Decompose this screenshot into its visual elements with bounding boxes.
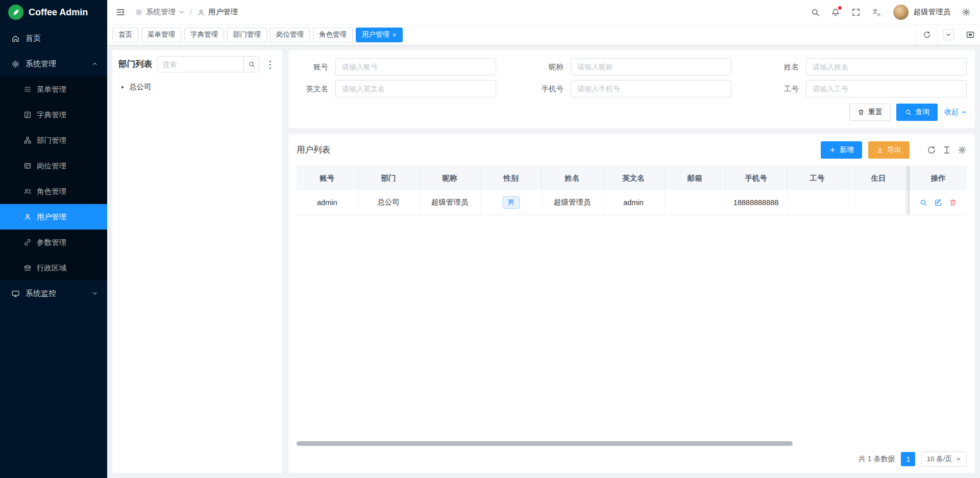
col-email: 邮箱	[664, 166, 725, 190]
work-id-input[interactable]	[806, 80, 967, 97]
cell-phone: 18888888888	[725, 190, 787, 215]
horizontal-scrollbar-thumb[interactable]	[297, 441, 793, 446]
table-row[interactable]: admin 总公司 超级管理员 男 超级管理员 admin 1888888888…	[297, 190, 967, 215]
search-button[interactable]: 查询	[896, 104, 938, 121]
reset-button[interactable]: 重置	[849, 104, 891, 121]
username[interactable]: 超级管理员	[914, 7, 951, 17]
notification-badge	[838, 6, 842, 10]
sidebar-item-role-mgmt[interactable]: 角色管理	[0, 179, 107, 204]
tree-node-root[interactable]: 总公司	[118, 78, 276, 96]
sidebar-group-monitor-label: 系统监控	[26, 289, 56, 298]
settings-gear-icon[interactable]	[962, 8, 971, 17]
chevron-down-icon	[92, 290, 98, 296]
name-input[interactable]	[806, 58, 967, 76]
fullscreen-icon[interactable]	[851, 8, 861, 17]
user-list-card: 用户列表 新增 导出	[288, 134, 975, 473]
sidebar-item-menu-mgmt[interactable]: 菜单管理	[0, 77, 107, 102]
sidebar-item-label: 用户管理	[37, 212, 66, 222]
search-icon[interactable]	[811, 8, 820, 17]
tab-dict-mgmt[interactable]: 字典管理	[184, 28, 224, 42]
column-settings-icon[interactable]	[942, 145, 951, 155]
sidebar-group-system[interactable]: 系统管理	[0, 51, 107, 77]
app-title: Coffee Admin	[29, 7, 88, 18]
sidebar-item-user-mgmt[interactable]: 用户管理	[0, 204, 107, 230]
field-label: 手机号	[532, 84, 564, 94]
collapse-filter-link[interactable]: 收起	[944, 108, 967, 117]
field-label: 英文名	[297, 84, 328, 94]
field-label: 账号	[297, 62, 328, 72]
search-icon	[904, 109, 912, 116]
field-label: 姓名	[767, 62, 799, 72]
tab-close-icon[interactable]: ×	[393, 32, 397, 38]
refresh-tab-icon[interactable]	[916, 24, 937, 45]
account-input[interactable]	[335, 58, 496, 76]
topbar-actions: 超级管理员	[811, 5, 971, 20]
sidebar-item-home[interactable]: 首页	[0, 26, 107, 51]
breadcrumb-item-system[interactable]: 系统管理	[146, 7, 176, 17]
people-icon	[23, 187, 32, 195]
sidebar-item-label: 角色管理	[37, 187, 66, 196]
tab-home[interactable]: 首页	[112, 28, 138, 42]
page-size-select[interactable]: 10 条/页	[921, 451, 967, 467]
table-header-row: 账号 部门 昵称 性别 姓名 英文名 邮箱 手机号 工号 生日 操作	[297, 166, 967, 190]
content-fullscreen-icon[interactable]	[966, 30, 975, 39]
phone-input[interactable]	[571, 80, 731, 97]
cell-dept: 总公司	[358, 190, 419, 215]
refresh-table-icon[interactable]	[927, 145, 936, 155]
tab-dept-mgmt[interactable]: 部门管理	[227, 28, 267, 42]
collapse-sidebar-button[interactable]	[115, 7, 126, 17]
sidebar-item-dict-mgmt[interactable]: 字典管理	[0, 102, 107, 128]
sidebar-item-param-mgmt[interactable]: 参数管理	[0, 230, 107, 255]
sidebar-group-monitor[interactable]: 系统监控	[0, 281, 107, 306]
tab-actions-dropdown[interactable]	[937, 24, 959, 45]
search-icon	[248, 61, 255, 68]
plus-icon	[829, 146, 836, 154]
breadcrumb-separator: /	[190, 8, 192, 16]
field-name: 姓名	[767, 58, 967, 76]
notification-bell-icon[interactable]	[831, 8, 840, 17]
cell-email	[664, 190, 725, 215]
col-gender: 性别	[480, 166, 542, 190]
tab-post-mgmt[interactable]: 岗位管理	[270, 28, 310, 42]
tab-user-mgmt[interactable]: 用户管理 ×	[356, 28, 403, 42]
table-settings-gear-icon[interactable]	[958, 145, 967, 155]
trash-icon	[857, 109, 865, 116]
sidebar-item-region[interactable]: 行政区域	[0, 255, 107, 281]
dept-search-input[interactable]	[158, 57, 243, 72]
bank-icon	[23, 264, 32, 272]
delete-row-icon[interactable]	[949, 198, 957, 207]
cell-account: admin	[297, 190, 358, 215]
user-list-actions: 新增 导出	[821, 141, 967, 159]
col-dept: 部门	[358, 166, 419, 190]
sidebar-submenu-system: 菜单管理 字典管理 部门管理 岗位管理 角色管理	[0, 77, 107, 281]
page-number-button[interactable]: 1	[901, 452, 915, 466]
chevron-down-icon	[945, 32, 951, 38]
breadcrumb-item-user: 用户管理	[208, 7, 238, 17]
chevron-up-icon	[961, 109, 967, 115]
sidebar-item-dept-mgmt[interactable]: 部门管理	[0, 128, 107, 153]
col-nickname: 昵称	[419, 166, 480, 190]
dept-more-icon[interactable]: ⋮	[264, 60, 276, 69]
sidebar-item-post-mgmt[interactable]: 岗位管理	[0, 153, 107, 179]
total-count-text: 共 1 条数据	[859, 455, 895, 464]
tab-menu-mgmt[interactable]: 菜单管理	[141, 28, 181, 42]
user-list-title: 用户列表	[297, 144, 330, 156]
filter-card: 账号 昵称 姓名 英文名	[288, 50, 975, 128]
sidebar-item-label: 参数管理	[37, 238, 66, 247]
avatar[interactable]	[893, 5, 909, 20]
add-user-button[interactable]: 新增	[821, 141, 862, 159]
tab-role-mgmt[interactable]: 角色管理	[313, 28, 353, 42]
export-button[interactable]: 导出	[868, 141, 910, 159]
col-account: 账号	[297, 166, 358, 190]
content: 部门列表 ⋮ 总公司 账号	[107, 45, 980, 478]
nickname-input[interactable]	[571, 58, 731, 76]
view-row-icon[interactable]	[919, 198, 927, 207]
col-work-id: 工号	[787, 166, 848, 190]
english-name-input[interactable]	[335, 80, 496, 97]
dictionary-icon	[23, 111, 32, 119]
link-icon	[23, 238, 32, 246]
sidebar: Coffee Admin 首页 系统管理 菜单管理 字典管理	[0, 0, 107, 478]
edit-row-icon[interactable]	[934, 198, 942, 207]
dept-search-button[interactable]	[243, 57, 259, 72]
translate-icon[interactable]	[872, 7, 882, 17]
